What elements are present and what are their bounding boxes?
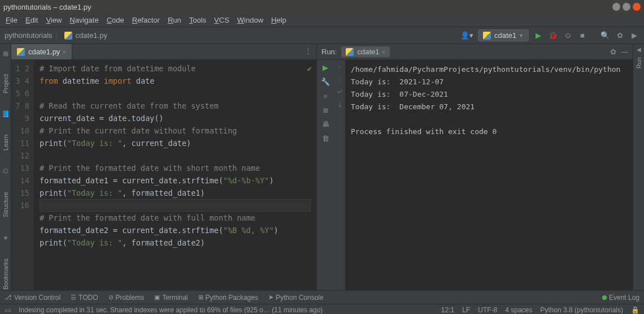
close-tab-icon[interactable]: × — [62, 49, 66, 55]
user-icon[interactable]: 👤▾ — [460, 31, 473, 40]
up-icon[interactable]: ↑ — [338, 63, 341, 70]
wrench-icon[interactable]: 🔧 — [320, 78, 330, 86]
status-message: Indexing completed in 31 sec. Shared ind… — [19, 306, 433, 314]
python-file-icon — [17, 48, 25, 56]
menu-help[interactable]: Help — [268, 15, 290, 25]
menu-code[interactable]: Code — [103, 15, 128, 25]
tool-event-log[interactable]: Event Log — [602, 294, 639, 302]
menu-run[interactable]: Run — [164, 15, 185, 25]
close-tab-icon[interactable]: × — [382, 49, 385, 55]
editor-tab-bar: cdate1.py × ⋮ — [11, 44, 316, 60]
book-icon: 📘 — [2, 110, 10, 118]
panel-minimize-icon[interactable]: — — [621, 48, 628, 56]
run-panel-header: Run: cdate1 × ✿ — — [317, 44, 633, 60]
coverage-button[interactable]: ⊙ — [563, 31, 573, 40]
down-icon[interactable]: ↓ — [338, 76, 341, 83]
menu-navigate[interactable]: Navigate — [66, 15, 102, 25]
tool-problems[interactable]: ⊘Problems — [108, 294, 145, 302]
run-actions-strip: ↑ ↓ ↵ ⤓ — [334, 60, 345, 290]
stop-small-button[interactable]: ■ — [320, 92, 330, 100]
code-editor[interactable]: 1 2 3 4 5 6 7 8 9 10 11 12 13 14 15 16 #… — [11, 60, 316, 290]
analysis-ok-icon[interactable]: ✔ — [307, 62, 312, 75]
status-indent[interactable]: 4 spaces — [505, 306, 532, 314]
lock-icon[interactable]: 🔒 — [631, 306, 639, 314]
menu-window[interactable]: Window — [234, 15, 267, 25]
python-file-icon — [64, 32, 72, 40]
editor: cdate1.py × ⋮ 1 2 3 4 5 6 7 8 9 10 11 12… — [11, 44, 316, 290]
status-bar: ▭ Indexing completed in 31 sec. Shared i… — [0, 304, 644, 314]
collapse-icon[interactable]: ◀ — [637, 46, 641, 53]
run-configuration-name: cdate1 — [494, 31, 516, 40]
menu-refactor[interactable]: Refactor — [129, 15, 163, 25]
line-gutter: 1 2 3 4 5 6 7 8 9 10 11 12 13 14 15 16 — [11, 60, 34, 290]
menu-view[interactable]: View — [42, 15, 65, 25]
delete-icon[interactable]: 🗑 — [320, 134, 330, 143]
debug-button[interactable]: 🐞 — [548, 31, 558, 40]
status-line-separator[interactable]: LF — [462, 306, 470, 314]
navigation-bar: pythontutorials 〉 cdate1.py 👤▾ cdate1 ▼ … — [0, 27, 644, 44]
right-tool-strip: ◀ Run — [633, 44, 644, 290]
breadcrumb[interactable]: pythontutorials 〉 cdate1.py — [5, 31, 107, 41]
breadcrumb-project[interactable]: pythontutorials — [5, 31, 53, 40]
tool-python-packages[interactable]: ⊞Python Packages — [198, 294, 258, 302]
bookmark-icon: ★ — [3, 234, 8, 242]
stop-button[interactable]: ■ — [577, 31, 588, 40]
menu-tools[interactable]: Tools — [186, 15, 210, 25]
menu-bar: FileEditViewNavigateCodeRefactorRunTools… — [0, 14, 644, 27]
softwrap-icon[interactable]: ↵ — [337, 88, 342, 96]
rerun-button[interactable]: ▶ — [320, 63, 330, 72]
expand-icon[interactable]: ▭ — [5, 306, 11, 314]
menu-file[interactable]: File — [2, 15, 21, 25]
editor-tab[interactable]: cdate1.py × — [11, 44, 72, 59]
layout-icon[interactable]: ≣ — [320, 106, 330, 114]
python-file-icon — [483, 32, 491, 40]
left-tool-strip: ▦ Project 📘 Learn ⌬ Structure ★ Bookmark… — [0, 44, 11, 290]
status-caret-position[interactable]: 12:1 — [441, 306, 454, 314]
editor-tab-label: cdate1.py — [28, 48, 60, 56]
chevron-right-icon: 〉 — [55, 31, 62, 41]
tool-bookmarks[interactable]: Bookmarks — [2, 259, 9, 290]
status-encoding[interactable]: UTF-8 — [478, 306, 497, 314]
panel-settings-icon[interactable]: ✿ — [610, 48, 616, 56]
code-area[interactable]: # Import date from datetime module from … — [34, 60, 316, 290]
status-interpreter[interactable]: Python 3.8 (pythontutorials) — [540, 306, 623, 314]
python-file-icon — [346, 48, 354, 56]
maximize-button[interactable] — [623, 3, 630, 11]
run-tab-label: cdate1 — [357, 48, 379, 56]
scrolllock-icon[interactable]: ⤓ — [337, 101, 342, 109]
tool-run-right[interactable]: Run — [636, 57, 642, 68]
minimize-button[interactable] — [612, 3, 620, 11]
window-title: pythontutorials – cdate1.py — [3, 3, 612, 11]
settings-button[interactable]: ✿ — [615, 31, 625, 40]
tool-learn[interactable]: Learn — [2, 135, 9, 150]
search-everywhere-button[interactable]: 🔍 — [600, 31, 610, 40]
run-panel-title: Run: — [321, 48, 337, 56]
tool-terminal[interactable]: ▣Terminal — [154, 294, 188, 302]
more-button[interactable]: ▶ — [629, 31, 639, 40]
structure-icon: ⌬ — [3, 167, 8, 175]
window-buttons — [612, 3, 641, 11]
chevron-down-icon: ▼ — [519, 33, 524, 38]
run-output[interactable]: /home/fahmida/PycharmProjects/pythontuto… — [345, 60, 633, 290]
tab-options-icon[interactable]: ⋮ — [300, 44, 316, 59]
bottom-tool-bar: ⎇Version Control ☰TODO ⊘Problems ▣Termin… — [0, 290, 644, 304]
breadcrumb-file[interactable]: cdate1.py — [76, 31, 107, 40]
tool-structure[interactable]: Structure — [2, 192, 9, 217]
close-button[interactable] — [633, 3, 641, 11]
folder-icon: ▦ — [3, 50, 8, 57]
run-panel: Run: cdate1 × ✿ — ▶ 🔧 ■ ≣ 🖶 🗑 ↑ ↓ — [316, 44, 633, 290]
run-toolbar: ▶ 🔧 ■ ≣ 🖶 🗑 — [317, 60, 334, 290]
menu-edit[interactable]: Edit — [22, 15, 41, 25]
status-dot-icon — [602, 295, 607, 300]
tool-todo[interactable]: ☰TODO — [71, 294, 98, 302]
run-configuration-selector[interactable]: cdate1 ▼ — [478, 29, 529, 41]
run-tab[interactable]: cdate1 × — [341, 46, 389, 57]
print-icon[interactable]: 🖶 — [320, 120, 330, 128]
title-bar: pythontutorials – cdate1.py — [0, 0, 644, 14]
run-button[interactable]: ▶ — [533, 31, 543, 40]
tool-python-console[interactable]: ➤Python Console — [268, 294, 324, 302]
menu-vcs[interactable]: VCS — [211, 15, 233, 25]
tool-version-control[interactable]: ⎇Version Control — [5, 294, 60, 302]
tool-project[interactable]: Project — [2, 74, 9, 93]
